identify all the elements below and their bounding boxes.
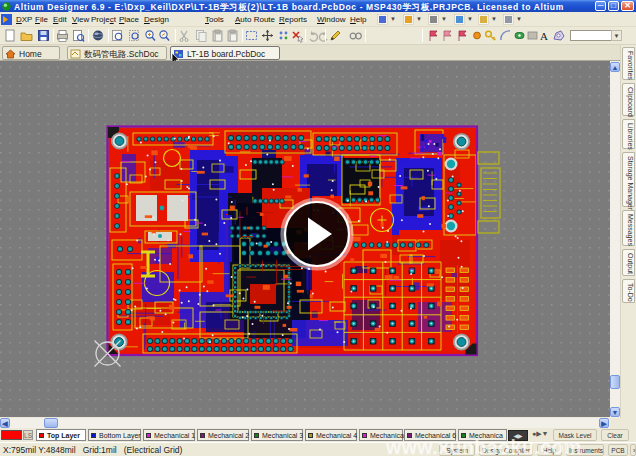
svg-text:A: A: [540, 30, 548, 42]
